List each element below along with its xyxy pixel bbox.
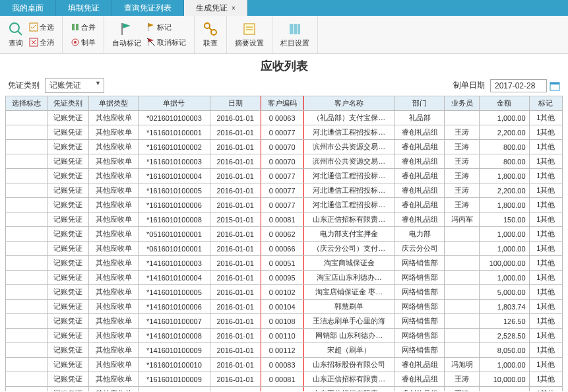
table-row[interactable]: 记账凭证其他应收单*14160101000052016-01-010 00102…: [6, 285, 563, 300]
table-cell: 王涛: [445, 387, 480, 392]
column-button[interactable]: 栏目设置: [278, 20, 312, 49]
table-cell: 记账凭证: [47, 372, 88, 387]
table-cell: 记账凭证: [47, 198, 88, 212]
table-cell: *1616010100009: [139, 372, 210, 387]
summary-button[interactable]: 摘要设置: [232, 20, 267, 49]
label: 取消标记: [157, 38, 186, 48]
table-cell: 王涛: [445, 198, 480, 212]
table-row[interactable]: 记账凭证其他应收单*16160101000062016-01-010 00077…: [6, 198, 563, 212]
label: 全选: [40, 22, 54, 32]
table-row[interactable]: 记账凭证其他应收单*14160101000032016-01-010 00051…: [6, 256, 563, 271]
table-cell: 30,000.00: [480, 387, 530, 392]
table-cell: 滨州市公共资源交易…: [303, 140, 394, 154]
table-cell: [445, 242, 480, 256]
search-button[interactable]: 查询: [5, 20, 26, 49]
data-table: 选择标志凭证类别单据类型单据号日期客户编码客户名称部门业务员金额标记 记账凭证其…: [5, 96, 563, 391]
merge-icon: [71, 22, 80, 32]
table-row[interactable]: 记账凭证其他应收单*16160101000022016-01-010 00070…: [6, 140, 563, 154]
close-icon[interactable]: ×: [232, 5, 236, 12]
column-header[interactable]: 选择标志: [6, 96, 47, 111]
table-row[interactable]: 记账凭证其他应收单*14160101000092016-01-010 00112…: [6, 343, 563, 358]
table-cell: 宋超（刷单）: [303, 343, 394, 358]
table-cell: [445, 111, 480, 125]
table-cell: 2016-01-01: [210, 125, 261, 140]
column-header[interactable]: 部门: [395, 96, 445, 111]
table-cell: 冯旭明: [445, 358, 480, 372]
table-row[interactable]: 记账凭证其他应收单*14160101000062016-01-010 00104…: [6, 300, 563, 314]
table-cell: 1,800.00: [480, 198, 530, 212]
data-table-wrap[interactable]: 选择标志凭证类别单据类型单据号日期客户编码客户名称部门业务员金额标记 记账凭证其…: [0, 96, 568, 391]
table-row[interactable]: 记账凭证其他应收单*16160101000072016-01-010 00081…: [6, 387, 563, 392]
table-cell: 网络销售部: [395, 300, 445, 314]
table-cell: 1其他: [529, 329, 562, 343]
table-row[interactable]: 记账凭证其他应收单*05160101000012016-01-010 00062…: [6, 227, 563, 242]
voucher-type-select[interactable]: 记账凭证: [45, 78, 104, 93]
column-header[interactable]: 单据号: [139, 96, 210, 111]
column-header[interactable]: 日期: [210, 96, 261, 111]
tab-desktop[interactable]: 我的桌面: [0, 0, 56, 16]
column-header[interactable]: 业务员: [445, 96, 480, 111]
column-header[interactable]: 金额: [480, 96, 530, 111]
column-header[interactable]: 客户名称: [303, 96, 394, 111]
make-button[interactable]: 制单: [68, 36, 98, 49]
table-row[interactable]: 记账凭证其他应收单*14160101000042016-01-010 00095…: [6, 271, 563, 285]
table-cell: 睿创礼品组: [395, 372, 445, 387]
table-row[interactable]: 记账凭证其他应收单*16160101000032016-01-010 00070…: [6, 154, 563, 169]
make-date-input[interactable]: 2017-02-28: [490, 79, 547, 92]
table-cell: 0 00110: [261, 329, 303, 343]
table-row[interactable]: 记账凭证其他应收单*16160101000092016-01-010 00081…: [6, 372, 563, 387]
column-header[interactable]: 单据类型: [88, 96, 138, 111]
label: 自动标记: [112, 38, 141, 48]
table-row[interactable]: 记账凭证其他应收单*06160101000012016-01-010 00066…: [6, 242, 563, 256]
table-cell: 1其他: [529, 198, 562, 212]
tab-generate-voucher[interactable]: 生成凭证×: [184, 0, 248, 16]
tab-query-list[interactable]: 查询凭证列表: [112, 0, 184, 16]
table-cell: 2,528.50: [480, 329, 530, 343]
table-cell: 800.00: [480, 154, 530, 169]
table-row[interactable]: 记账凭证其他应收单*16160101000082015-01-010 00081…: [6, 212, 563, 227]
merge-button[interactable]: 合并: [68, 21, 98, 34]
svg-rect-22: [298, 24, 300, 34]
select-all-button[interactable]: 全选: [26, 21, 57, 34]
table-row[interactable]: 记账凭证其他应收单*16160101000042016-01-010 00077…: [6, 169, 563, 183]
table-cell: 网络销售部: [395, 343, 445, 358]
table-cell: [6, 125, 47, 140]
label: 查询: [9, 38, 23, 48]
cancel-mark-button[interactable]: 取消标记: [144, 36, 189, 49]
label: 标记: [157, 22, 172, 32]
table-row[interactable]: 记账凭证其他应收单*02160101000032016-01-010 00063…: [6, 111, 563, 125]
column-header[interactable]: 标记: [529, 96, 562, 111]
mark-button[interactable]: 标记: [144, 21, 189, 34]
table-cell: 2016-01-01: [210, 183, 261, 198]
table-row[interactable]: 记账凭证其他应收单*16160101000012016-01-010 00077…: [6, 125, 563, 140]
table-cell: 5,000.00: [480, 285, 530, 300]
table-cell: 126.50: [480, 314, 530, 329]
table-cell: 山东正信招标有限责…: [303, 212, 394, 227]
column-header[interactable]: 凭证类别: [47, 96, 88, 111]
table-row[interactable]: 记账凭证其他应收单*16160101000102016-01-010 00083…: [6, 358, 563, 372]
table-cell: 王涛: [445, 372, 480, 387]
table-cell: 记账凭证: [47, 169, 88, 183]
link-button[interactable]: 联查: [200, 20, 221, 49]
tab-bar: 我的桌面 填制凭证 查询凭证列表 生成凭证×: [0, 0, 568, 16]
table-cell: 1其他: [529, 140, 562, 154]
tab-fill-voucher[interactable]: 填制凭证: [56, 0, 112, 16]
table-cell: *1416010100007: [139, 314, 210, 329]
table-row[interactable]: 记账凭证其他应收单*14160101000072016-01-010 00108…: [6, 314, 563, 329]
table-cell: [6, 358, 47, 372]
calendar-icon[interactable]: [550, 81, 560, 91]
deselect-all-button[interactable]: 全消: [26, 36, 57, 49]
table-row[interactable]: 记账凭证其他应收单*14160101000082016-01-010 00110…: [6, 329, 563, 343]
table-cell: 1,800.00: [480, 169, 530, 183]
table-row[interactable]: 记账凭证其他应收单*16160101000052016-01-010 00077…: [6, 183, 563, 198]
svg-rect-21: [294, 24, 297, 34]
table-cell: *1416010100003: [139, 256, 210, 271]
table-cell: [6, 242, 47, 256]
table-cell: *1616010100010: [139, 358, 210, 372]
table-cell: 1其他: [529, 125, 562, 140]
date-value: 2017-02-28: [495, 81, 535, 90]
auto-mark-button[interactable]: 自动标记: [110, 20, 144, 49]
column-header[interactable]: 客户编码: [261, 96, 303, 111]
svg-point-0: [10, 23, 19, 32]
table-cell: 记账凭证: [47, 300, 88, 314]
